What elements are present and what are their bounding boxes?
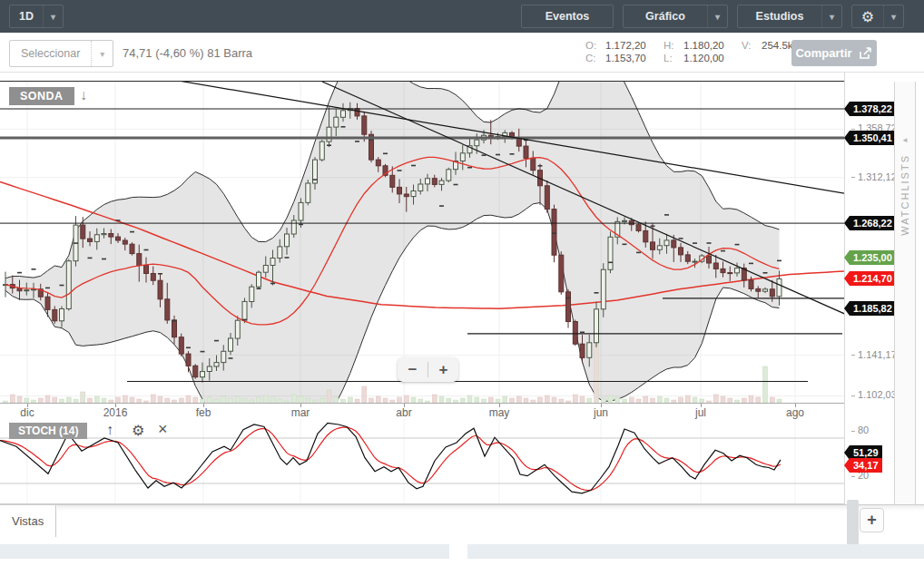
price-axis-tick-label: 80 [851,424,869,435]
top-toolbar: 1D ▾ Eventos Gráfico ▾ Estudios ▾ ⚙ ▾ [0,0,924,33]
zoom-controls: − + [398,357,458,382]
stoch-settings-gear-icon[interactable]: ⚙ [132,422,144,439]
x-axis-label: jun [594,406,608,419]
gear-icon[interactable]: ⚙ [852,5,883,27]
seleccionar-label: Seleccionar [10,41,91,66]
trading-app: 1D ▾ Eventos Gráfico ▾ Estudios ▾ ⚙ ▾ Se… [0,0,924,566]
watchlists-panel-toggle[interactable]: ◄ WATCHLISTS [894,82,916,504]
high-label: H: [664,40,683,51]
zoom-out-button[interactable]: − [398,357,428,382]
bottom-bar: Vistas [0,504,924,537]
price-axis-tick-label: 1.102,03 [851,389,897,400]
stoch-badge[interactable]: STOCH (14) [9,423,87,439]
content-strip-left [0,544,449,559]
price-tag-black: 1.350,41 [850,131,896,145]
tab-vistas[interactable]: Vistas [0,505,56,537]
interval-button-group: 1D ▾ [9,5,64,28]
price-tag-red: 34,17 [850,458,882,473]
watchlists-label: WATCHLISTS [899,154,910,236]
estudios-button-group: Estudios ▾ [737,5,842,28]
symbol-collapse-arrow-icon[interactable]: ↓ [80,87,87,103]
add-panel-button[interactable]: + [860,508,884,532]
close-value: 1.153,70 [605,53,664,63]
price-tag-red: 1.214,70 [850,271,896,286]
stoch-close-icon[interactable]: × [158,420,168,439]
grafico-button[interactable]: Gráfico [624,5,707,27]
price-tag-black: 1.378,22 [850,102,896,116]
low-value: 1.120,00 [683,53,742,63]
open-label: O: [585,40,605,51]
sub-toolbar: Seleccionar ▾ 74,71 (-4,60 %) 81 Barra O… [0,33,924,73]
estudios-dropdown-caret-icon[interactable]: ▾ [821,5,841,27]
estudios-button[interactable]: Estudios [738,5,821,27]
top-toolbar-right: Eventos Gráfico ▾ Estudios ▾ ⚙ ▾ [521,5,904,28]
zoom-in-button[interactable]: + [428,357,458,382]
eventos-button[interactable]: Eventos [522,5,613,27]
x-axis-label: dic [20,406,34,419]
settings-dropdown-caret-icon[interactable]: ▾ [883,5,903,27]
stoch-chart-canvas[interactable] [0,419,844,503]
open-value: 1.172,20 [605,40,664,51]
x-axis-label: jul [695,406,706,419]
close-label: C: [585,53,605,63]
compartir-button[interactable]: Compartir [791,40,877,66]
price-tag-black: 1.268,22 [850,216,896,230]
x-axis-label: abr [396,406,411,419]
share-icon [859,47,873,60]
price-tag-green: 1.235,00 [850,250,896,265]
eventos-button-group: Eventos [521,5,614,28]
price-tag-black: 1.185,82 [850,301,896,316]
x-axis-label: mar [291,406,310,419]
grafico-dropdown-caret-icon[interactable]: ▾ [707,5,727,27]
x-axis-label: ago [786,406,804,419]
change-summary: 74,71 (-4,60 %) 81 Barra [123,46,252,60]
price-chart-canvas[interactable] [0,82,844,405]
stoch-collapse-arrow-icon[interactable]: ↑ [106,422,113,438]
price-axis[interactable]: 1.358,721.312,121.141,171.102,031.378,22… [844,73,894,504]
high-value: 1.180,20 [683,40,742,51]
compartir-label: Compartir [795,46,851,60]
low-label: L: [664,53,683,63]
settings-button-group: ⚙ ▾ [851,5,904,28]
content-strip-right [467,544,924,559]
time-axis[interactable]: dic2016febmarabrmayjunjulago [0,403,844,419]
interval-button[interactable]: 1D [10,5,43,27]
volume-label: V: [742,40,762,51]
grafico-button-group: Gráfico ▾ [623,5,728,28]
ohlc-readout: O: 1.172,20 H: 1.180,20 V: 254.5k C: 1.1… [585,40,809,63]
watchlists-collapse-icon: ◄ [901,136,909,144]
price-axis-tick-label: 1.312,12 [851,171,897,182]
x-axis-label: may [489,406,510,419]
seleccionar-caret-icon: ▾ [91,41,113,66]
interval-dropdown-caret-icon[interactable]: ▾ [43,5,63,27]
x-axis-label: 2016 [103,406,128,419]
seleccionar-dropdown[interactable]: Seleccionar ▾ [9,40,113,67]
bottom-bar-shade [57,505,924,537]
x-axis-label: feb [196,406,211,419]
symbol-badge[interactable]: SONDA [9,87,74,105]
price-axis-tick-label: 1.141,17 [851,349,897,360]
